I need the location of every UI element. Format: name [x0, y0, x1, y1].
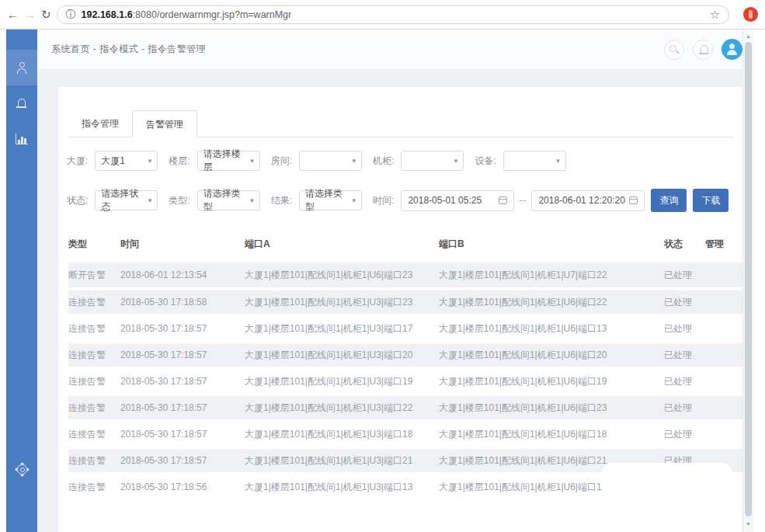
- time-label: 时间:: [373, 194, 394, 207]
- floor-select[interactable]: 请选择楼层▾: [197, 151, 260, 171]
- notifications-button[interactable]: [693, 40, 713, 60]
- scroll-down-icon[interactable]: ▼: [743, 519, 753, 529]
- chevron-down-icon: ▾: [250, 157, 254, 165]
- cell-time: 2018-05-30 17:18:57: [120, 421, 245, 447]
- cell-portA: 大厦1|楼层101|配线间1|机柜1|U3|端口20: [245, 342, 439, 368]
- result-select-value: 请选择类型: [305, 187, 349, 214]
- time-to-input[interactable]: 2018-06-01 12:20:20: [531, 190, 645, 211]
- chevron-down-icon: ▾: [353, 157, 356, 165]
- user-icon: [16, 62, 28, 74]
- cell-portB: 大厦1|楼层101|配线间1|机柜1|U6|端口22: [439, 289, 664, 315]
- cell-type: 断开告警: [68, 263, 120, 289]
- sidebar-item-settings[interactable]: [6, 451, 37, 487]
- calendar-icon[interactable]: [629, 196, 638, 204]
- scroll-up-icon[interactable]: ▲: [743, 31, 753, 41]
- query-button[interactable]: 查询: [651, 189, 687, 212]
- chevron-down-icon: ▾: [353, 196, 356, 204]
- breadcrumb: 系统首页 - 指令模式 - 指令告警管理: [51, 43, 206, 56]
- cell-portB: 大厦1|楼层101|配线间1|机柜1|U6|端口20: [439, 342, 664, 368]
- time-from-input[interactable]: 2018-05-01 05:25: [401, 190, 514, 211]
- device-select[interactable]: ▾: [503, 151, 566, 171]
- type-select-value: 请选择类型: [203, 187, 247, 214]
- avatar[interactable]: [722, 39, 742, 60]
- cell-manage: [705, 395, 744, 421]
- cell-status: 已处理: [664, 263, 705, 289]
- table-row[interactable]: 断开告警2018-06-01 12:13:54大厦1|楼层101|配线间1|机柜…: [68, 263, 744, 289]
- forward-button[interactable]: →: [24, 9, 36, 20]
- browser-profile-icon[interactable]: [743, 7, 758, 22]
- cell-type: 连接告警: [68, 395, 120, 421]
- calendar-icon[interactable]: [499, 196, 507, 204]
- filter-row-criteria: 状态: 请选择状态▾ 类型: 请选择类型▾ 结果: 请选择类型▾ 时间: 201…: [67, 189, 744, 212]
- table-row[interactable]: 连接告警2018-05-30 17:18:57大厦1|楼层101|配线间1|机柜…: [68, 421, 744, 447]
- cell-type: 连接告警: [68, 342, 120, 368]
- type-select[interactable]: 请选择类型▾: [197, 190, 260, 210]
- page-scrollbar[interactable]: ▲ ▼: [742, 30, 753, 532]
- tab-bar: 指令管理 告警管理: [68, 110, 734, 137]
- alarm-table: 类型 时间 端口A 端口B 状态 管理 断开告警2018-06-01 12:13…: [68, 238, 744, 502]
- cell-type: 连接告警: [68, 289, 120, 315]
- cell-portA: 大厦1|楼层101|配线间1|机柜1|U3|端口18: [245, 421, 439, 447]
- building-label: 大厦:: [67, 155, 88, 168]
- result-select[interactable]: 请选择类型▾: [299, 190, 362, 210]
- sidebar-item-alarms[interactable]: [6, 85, 37, 121]
- col-manage: 管理: [705, 238, 744, 263]
- app-header: 系统首页 - 指令模式 - 指令告警管理: [37, 30, 753, 70]
- filter-row-location: 大厦: 大厦1▾ 楼层: 请选择楼层▾ 房间: ▾ 机柜: ▾ 设备: ▾: [67, 151, 744, 171]
- cell-time: 2018-05-30 17:18:57: [120, 447, 245, 474]
- content-area: 指令管理 告警管理 大厦: 大厦1▾ 楼层: 请选择楼层▾ 房间: ▾ 机柜: …: [37, 70, 753, 532]
- table-row[interactable]: 连接告警2018-05-30 17:18:57大厦1|楼层101|配线间1|机柜…: [68, 342, 744, 368]
- cell-time: 2018-06-01 12:13:54: [120, 263, 245, 289]
- cell-portB: 大厦1|楼层101|配线间1|机柜1|U7|端口22: [439, 263, 664, 289]
- col-status: 状态: [664, 238, 705, 263]
- cabinet-select[interactable]: ▾: [401, 151, 464, 171]
- cell-manage: [705, 315, 744, 342]
- status-select-value: 请选择状态: [101, 187, 144, 214]
- table-row[interactable]: 连接告警2018-05-30 17:18:57大厦1|楼层101|配线间1|机柜…: [68, 368, 744, 395]
- page-info-icon[interactable]: ⓘ: [66, 8, 76, 22]
- cell-status: 已处理: [664, 315, 705, 342]
- chevron-down-icon: ▾: [250, 196, 254, 204]
- cell-portA: 大厦1|楼层101|配线间1|机柜1|U3|端口21: [245, 447, 439, 474]
- address-bar[interactable]: ⓘ 192.168.1.6:8080/orderwarnmgr.jsp?m=wa…: [57, 5, 730, 24]
- back-button[interactable]: ←: [7, 9, 19, 20]
- cell-portB: 大厦1|楼层101|配线间1|机柜1|U6|端口13: [439, 315, 664, 342]
- cell-status: 已处理: [664, 421, 705, 447]
- table-row[interactable]: 连接告警2018-05-30 17:18:57大厦1|楼层101|配线间1|机柜…: [68, 395, 744, 421]
- chevron-down-icon: ▾: [148, 157, 152, 165]
- room-select[interactable]: ▾: [299, 151, 362, 171]
- cell-manage: [705, 342, 744, 368]
- url-host: 192.168.1.6: [82, 9, 133, 20]
- cell-portA: 大厦1|楼层101|配线间1|机柜1|U6|端口23: [245, 263, 439, 289]
- tab-order-mgmt[interactable]: 指令管理: [68, 110, 132, 137]
- table-row[interactable]: 连接告警2018-05-30 17:18:57大厦1|楼层101|配线间1|机柜…: [68, 315, 744, 342]
- col-portA: 端口A: [245, 238, 439, 263]
- sidebar: [6, 30, 37, 532]
- table-header-row: 类型 时间 端口A 端口B 状态 管理: [68, 238, 744, 263]
- status-select[interactable]: 请选择状态▾: [95, 190, 158, 210]
- cell-time: 2018-05-30 17:18:57: [120, 368, 245, 395]
- status-label: 状态:: [67, 194, 88, 207]
- tab-alarm-mgmt[interactable]: 告警管理: [132, 110, 197, 137]
- sidebar-item-reports[interactable]: [6, 121, 37, 157]
- floor-select-value: 请选择楼层: [203, 148, 247, 174]
- cell-status: 已处理: [664, 368, 705, 395]
- sidebar-item-users[interactable]: [6, 50, 37, 85]
- main-card: 指令管理 告警管理 大厦: 大厦1▾ 楼层: 请选择楼层▾ 房间: ▾ 机柜: …: [58, 87, 744, 532]
- cell-portA: 大厦1|楼层101|配线间1|机柜1|U3|端口23: [245, 289, 439, 315]
- cell-status: 已处理: [664, 342, 705, 368]
- reload-button[interactable]: ↻: [41, 9, 51, 20]
- cell-portB: 大厦1|楼层101|配线间1|机柜1|U6|端口23: [439, 395, 664, 421]
- chevron-down-icon: ▾: [556, 157, 560, 165]
- bookmark-star-icon[interactable]: ☆: [710, 8, 720, 22]
- chevron-down-icon: ▾: [454, 157, 458, 165]
- cell-status: 已处理: [664, 289, 705, 315]
- table-row[interactable]: 连接告警2018-05-30 17:18:58大厦1|楼层101|配线间1|机柜…: [68, 289, 744, 315]
- search-button[interactable]: [664, 40, 684, 60]
- cell-manage: [705, 368, 744, 395]
- download-button[interactable]: 下载: [693, 189, 728, 212]
- cell-type: 连接告警: [68, 315, 120, 342]
- scrollbar-thumb[interactable]: [745, 42, 752, 516]
- building-select[interactable]: 大厦1▾: [95, 151, 158, 171]
- cell-status: 已处理: [664, 395, 705, 421]
